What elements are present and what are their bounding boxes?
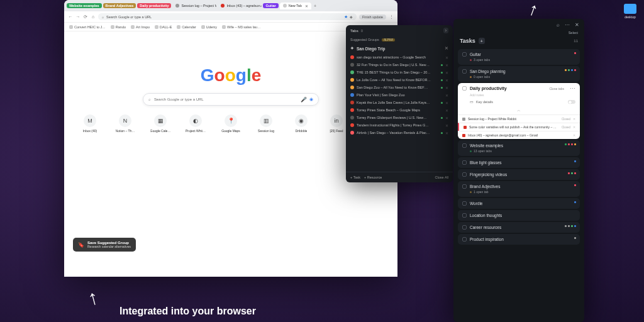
close-icon[interactable]: ✕: [575, 22, 579, 28]
task-checkbox[interactable]: [462, 184, 467, 189]
close-tab-icon[interactable]: ✕: [445, 108, 448, 113]
home-button[interactable]: ⌂: [91, 14, 96, 19]
desktop-shortcut[interactable]: desktop: [624, 4, 636, 19]
tab-row[interactable]: Airbnb | San Diego – Vacation Rentals & …: [346, 129, 453, 136]
tab-row[interactable]: Plan Your Visit | San Diego Zoo✕: [346, 91, 453, 99]
task-tab-row[interactable]: Inbox (40) – agnelson.design@gmail.com –…: [458, 131, 580, 139]
add-notes-input[interactable]: Add notes: [462, 91, 575, 99]
task-card[interactable]: Career resources: [458, 222, 580, 233]
ntp-shortcut[interactable]: ▥Session log: [253, 114, 279, 133]
remove-tab-icon[interactable]: ✕: [573, 117, 575, 121]
tab-row[interactable]: san diego tourist attractions – Google S…: [346, 53, 453, 61]
bookmark-star-icon[interactable]: ★: [344, 14, 348, 19]
task-card[interactable]: Location thoughts: [458, 210, 580, 221]
task-checkbox[interactable]: [462, 225, 467, 230]
ntp-shortcut[interactable]: ◐Project Whit…: [183, 114, 208, 133]
remove-tab-icon[interactable]: ✕: [573, 125, 575, 129]
task-checkbox[interactable]: [462, 52, 467, 57]
bookmark-item[interactable]: DALL-E: [155, 25, 172, 29]
ntp-shortcut[interactable]: in[25] Feed: [324, 114, 349, 133]
task-checkbox[interactable]: [462, 201, 467, 206]
task-checkbox[interactable]: [462, 213, 467, 218]
omnibox[interactable]: ⌕ Search Google or type a URL ★ ◆: [98, 13, 357, 20]
key-details-toggle[interactable]: [568, 100, 575, 104]
extension-icon[interactable]: ◆: [350, 15, 353, 19]
browser-tab[interactable]: New Tab✕: [280, 3, 311, 9]
task-card[interactable]: Brand Adjectives1 open tab: [458, 181, 580, 197]
new-tab-button[interactable]: +: [313, 3, 318, 8]
bookmark-item[interactable]: Rando: [111, 25, 126, 29]
tab-group-pill[interactable]: Brand Adjectives: [103, 3, 136, 8]
back-button[interactable]: ←: [68, 14, 73, 19]
close-all-button[interactable]: Close All: [435, 175, 448, 179]
tab-row[interactable]: Torrey Pines Gliderport Reviews | U.S. N…: [346, 114, 453, 121]
close-tab-icon[interactable]: ✕: [445, 55, 448, 60]
tab-row[interactable]: Torrey Pines State Beach – Google Maps✕: [346, 106, 453, 114]
collapse-button[interactable]: ›: [443, 28, 448, 33]
bookmark-item[interactable]: Udemy: [201, 25, 217, 29]
bookmark-item[interactable]: Wife – M3 sales lau…: [222, 25, 261, 29]
forward-button[interactable]: →: [75, 14, 80, 19]
tab-group-pill[interactable]: Daily productivity: [137, 3, 171, 8]
remove-tab-icon[interactable]: ✕: [573, 133, 575, 137]
task-card[interactable]: Blue light glasses: [458, 157, 580, 168]
task-tab-row[interactable]: Some color variables will not publish – …: [458, 123, 580, 131]
tab-row[interactable]: La Jolla Cove – All You Need to Know BEF…: [346, 76, 453, 84]
close-group-button[interactable]: ✕: [445, 46, 448, 51]
task-checkbox[interactable]: [462, 86, 467, 91]
close-tab-icon[interactable]: ✕: [445, 93, 448, 97]
browser-tab[interactable]: Inbox (43) – agnelson.desi…✕: [218, 3, 262, 9]
menu-icon[interactable]: ⋮: [389, 14, 394, 19]
ntp-shortcut[interactable]: NNotion – Th…: [113, 114, 138, 133]
close-tab-icon[interactable]: ✕: [445, 101, 448, 105]
add-task-button[interactable]: + Task: [350, 175, 360, 179]
add-task-button[interactable]: +: [479, 38, 485, 44]
ntp-shortcut[interactable]: ◉Dribbble: [289, 114, 314, 133]
bookmark-item[interactable]: Art Inspo: [131, 25, 150, 29]
task-checkbox[interactable]: [462, 69, 467, 74]
select-button[interactable]: Select: [569, 31, 578, 35]
tab-row[interactable]: San Diego Zoo – All You Need to Know BEF…: [346, 84, 453, 91]
finish-update-button[interactable]: Finish update: [359, 14, 386, 19]
ntp-shortcut[interactable]: ▦Google Cale…: [148, 114, 173, 133]
more-icon[interactable]: ⋯: [570, 87, 575, 90]
task-tab-row[interactable]: Session log – Project White RabbitClosed…: [458, 114, 580, 123]
bookmark-item[interactable]: Convert HEIC to J…: [69, 25, 106, 29]
search-input[interactable]: ⌕ Search Google or type a URL 🎤 ◉: [143, 93, 319, 106]
more-icon[interactable]: ⋯: [565, 22, 570, 28]
task-checkbox[interactable]: [462, 143, 467, 148]
tab-group-pill[interactable]: Website examples: [67, 3, 102, 8]
ntp-shortcut[interactable]: 📍Google Maps: [218, 114, 243, 133]
tab-row[interactable]: 32 Fun Things to Do in San Diego | U.S. …: [346, 61, 453, 69]
tab-row[interactable]: Kayak the La Jolla Sea Caves | La Jolla …: [346, 99, 453, 106]
task-checkbox[interactable]: [462, 172, 467, 177]
tab-group-pill[interactable]: Guitar: [263, 3, 278, 8]
close-tabs-button[interactable]: Close tabs: [549, 87, 564, 91]
collapse-chevron-icon[interactable]: ︿: [462, 106, 575, 114]
close-tab-icon[interactable]: ✕: [305, 4, 308, 8]
save-group-toast[interactable]: 🔖 Save Suggested Group Research calendar…: [73, 238, 136, 252]
bookmark-item[interactable]: Calendar: [177, 25, 196, 29]
task-card[interactable]: Wordle: [458, 198, 580, 209]
browser-tab[interactable]: Session log – Project Whit…✕: [172, 3, 216, 9]
tab-row[interactable]: THE 15 BEST Things to Do in San Diego – …: [346, 69, 453, 76]
close-tab-icon[interactable]: ✕: [445, 123, 448, 128]
voice-search-icon[interactable]: 🎤: [301, 97, 307, 103]
ntp-shortcut[interactable]: MInbox (40): [77, 114, 103, 133]
add-resource-button[interactable]: + Resource: [364, 175, 382, 179]
close-tab-icon[interactable]: ✕: [445, 70, 448, 75]
close-tab-icon[interactable]: ✕: [445, 116, 448, 120]
task-checkbox[interactable]: [462, 237, 467, 242]
task-card[interactable]: Fingerpicking videos: [458, 169, 580, 180]
task-card[interactable]: Guitar3 open tabs: [458, 49, 580, 65]
close-tab-icon[interactable]: ✕: [445, 78, 448, 82]
reload-button[interactable]: ⟳: [83, 14, 88, 19]
task-checkbox[interactable]: [462, 160, 467, 165]
close-tab-icon[interactable]: ✕: [445, 86, 448, 90]
task-card[interactable]: Product inspiration: [458, 234, 580, 245]
task-card[interactable]: San Diego planning0 open tabs: [458, 66, 580, 82]
search-icon[interactable]: ⌕: [557, 22, 560, 28]
task-card[interactable]: Website examples13 open tabs: [458, 140, 580, 156]
close-tab-icon[interactable]: ✕: [445, 63, 448, 67]
tab-row[interactable]: Tandem Instructional Flights | Torrey Pi…: [346, 121, 453, 129]
